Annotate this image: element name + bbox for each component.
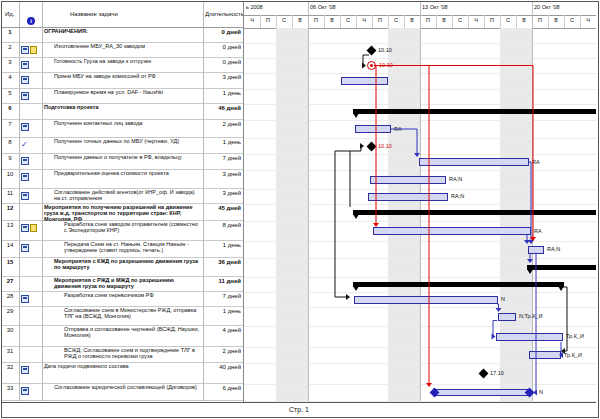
task-constraint-icon — [21, 366, 29, 374]
task-id-cell[interactable]: 5 — [2, 90, 18, 96]
task-name-cell[interactable]: Получение контактных лиц завода — [54, 121, 201, 127]
gantt-bar-task-29[interactable] — [498, 313, 516, 321]
info-icon[interactable]: i — [27, 17, 35, 25]
task-id-cell[interactable]: 3 — [2, 59, 18, 65]
task-name-cell[interactable]: Прием МБУ на заводе комиссией от РФ — [54, 74, 201, 80]
task-id-cell[interactable]: 31 — [2, 348, 18, 354]
task-name-cell[interactable]: Отправка и согласование чертежей (ВСЖД, … — [64, 327, 201, 339]
task-name-cell[interactable]: Мероприятия с РЖД и МЖД по разрешению дв… — [54, 278, 201, 290]
task-duration-cell[interactable]: 1 день — [205, 90, 241, 96]
indicator-cell — [21, 293, 41, 307]
task-duration-cell[interactable]: 3 дней — [205, 190, 241, 196]
gantt-bar-task-11[interactable] — [368, 193, 448, 201]
gantt-bar-task-14[interactable] — [528, 246, 544, 254]
task-name-cell[interactable]: Получение точных данных по МБУ (чертежи,… — [54, 139, 201, 145]
task-id-cell[interactable]: 15 — [2, 259, 18, 265]
gantt-summary-bar-task-6[interactable] — [353, 109, 596, 114]
task-id-cell[interactable]: 10 — [2, 171, 18, 177]
task-id-cell[interactable]: 6 — [2, 105, 18, 111]
gantt-summary-bar-task-12[interactable] — [353, 210, 596, 215]
task-duration-cell[interactable]: 6 дней — [205, 385, 241, 391]
gantt-bar-task-31[interactable] — [529, 351, 561, 359]
task-id-cell[interactable]: 29 — [2, 308, 18, 314]
task-duration-cell[interactable]: 7 дней — [205, 155, 241, 161]
column-header-task[interactable]: Название задачи — [70, 11, 118, 17]
bar-label: RA;N — [451, 193, 464, 199]
task-duration-cell[interactable]: 1 день — [205, 139, 241, 145]
gantt-bar-task-4[interactable] — [341, 77, 388, 85]
milestone-diamond-task-2[interactable] — [366, 46, 376, 56]
task-duration-cell[interactable]: 7 дней — [205, 293, 241, 299]
task-id-cell[interactable]: 33 — [2, 385, 18, 391]
task-name-cell[interactable]: ВСЖД: Согласование схем и подтверждение … — [64, 348, 201, 360]
task-name-cell[interactable]: Дата подачи подвижного состава — [44, 364, 201, 370]
task-id-cell[interactable]: 32 — [2, 364, 18, 370]
task-duration-cell[interactable]: 45 дней — [205, 205, 241, 211]
task-id-cell[interactable]: 4 — [2, 74, 18, 80]
task-name-cell[interactable]: Разработка схем заводом отправителем (со… — [64, 222, 201, 234]
task-id-cell[interactable]: 13 — [2, 222, 18, 228]
task-duration-cell[interactable]: 0 дней — [205, 29, 241, 35]
gantt-bar-task-9[interactable] — [419, 158, 529, 166]
gantt-bar-task-28[interactable] — [354, 296, 498, 304]
task-name-cell[interactable]: Получение данных о получателе в РФ, влад… — [54, 155, 201, 161]
task-id-cell[interactable]: 27 — [2, 278, 18, 284]
task-name-cell[interactable]: Готовность Груза на заводе к отгрузке — [54, 59, 201, 65]
task-name-cell[interactable]: Мероприятия с КЖД по разрешению движения… — [54, 259, 201, 271]
task-duration-cell[interactable]: 1 день — [205, 242, 241, 248]
day-letter: В — [292, 17, 308, 23]
gantt-bar-task-10[interactable] — [370, 176, 446, 184]
column-header-id[interactable]: Ид. — [5, 11, 14, 17]
task-name-cell[interactable]: Планируемое время на усл. DAF - Naushki — [54, 90, 201, 96]
column-header-duration[interactable]: Длительность — [205, 11, 244, 17]
task-id-cell[interactable]: 28 — [2, 293, 18, 299]
gantt-summary-bar-task-15[interactable] — [527, 265, 596, 270]
task-name-cell[interactable]: Изготовление МБУ_RA_30 заводом — [54, 44, 201, 50]
task-duration-cell[interactable]: 36 дней — [205, 259, 241, 265]
task-id-cell[interactable]: 8 — [2, 139, 18, 145]
indicator-cell — [21, 190, 41, 204]
gantt-bar-task-33[interactable] — [434, 389, 529, 396]
task-name-cell[interactable]: Предварительная оценка стоимости проекта — [54, 171, 201, 177]
task-id-cell[interactable]: 11 — [2, 190, 18, 196]
task-name-cell[interactable]: Мероприятия по получению разрешений на д… — [44, 205, 201, 222]
task-duration-cell[interactable]: 3 дней — [205, 171, 241, 177]
gantt-bar-task-30[interactable] — [496, 333, 563, 341]
task-duration-cell[interactable]: 3 дней — [205, 74, 241, 80]
indicator-cell — [21, 385, 41, 401]
gantt-bar-task-7[interactable] — [355, 125, 391, 133]
task-name-cell[interactable]: ОГРАНИЧЕНИЯ: — [44, 29, 201, 35]
bar-label: RA — [534, 228, 542, 234]
completed-check-icon: ✓ — [21, 141, 28, 149]
day-letter: П — [372, 17, 388, 23]
task-duration-cell[interactable]: 40 дней — [205, 364, 241, 370]
task-duration-cell[interactable]: 2 дней — [205, 348, 241, 354]
task-name-cell[interactable]: Согласование действий агентов(от КНР_оф.… — [54, 190, 201, 202]
task-id-cell[interactable]: 2 — [2, 44, 18, 50]
gantt-bar-task-13[interactable] — [373, 227, 531, 235]
task-duration-cell[interactable]: 0 дней — [205, 59, 241, 65]
task-name-cell[interactable]: Разработка схем перевозчиком РФ — [64, 293, 201, 299]
summary-start-bracket — [353, 214, 359, 219]
task-duration-cell[interactable]: 46 дней — [205, 105, 241, 111]
task-duration-cell[interactable]: 2 дней — [205, 121, 241, 127]
task-duration-cell[interactable]: 1 день — [205, 308, 241, 314]
task-name-cell[interactable]: Передача Схем на ст. Наньин. Станция Нан… — [64, 242, 201, 254]
task-name-cell[interactable]: Согласование юридической составляющей (Д… — [54, 385, 201, 391]
milestone-diamond-task-32[interactable] — [478, 369, 488, 379]
task-name-cell[interactable]: Согласование схем в Министерстве РЖД, от… — [64, 308, 201, 320]
task-id-cell[interactable]: 7 — [2, 121, 18, 127]
task-id-cell[interactable]: 12 — [2, 205, 18, 211]
task-id-cell[interactable]: 14 — [2, 242, 18, 248]
task-id-cell[interactable]: 1 — [2, 29, 18, 35]
task-name-cell[interactable]: Подготовка проекта — [44, 105, 201, 111]
task-id-cell[interactable]: 30 — [2, 327, 18, 333]
task-duration-cell[interactable]: 11 дней — [205, 278, 241, 284]
chart-row-line — [244, 401, 596, 402]
task-id-cell[interactable]: 9 — [2, 155, 18, 161]
task-duration-cell[interactable]: 8 дней — [205, 222, 241, 228]
task-duration-cell[interactable]: 0 дней — [205, 44, 241, 50]
task-duration-cell[interactable]: 4 дней — [205, 327, 241, 333]
milestone-diamond-task-8[interactable] — [366, 141, 376, 151]
gantt-summary-bar-task-27[interactable] — [353, 282, 564, 287]
